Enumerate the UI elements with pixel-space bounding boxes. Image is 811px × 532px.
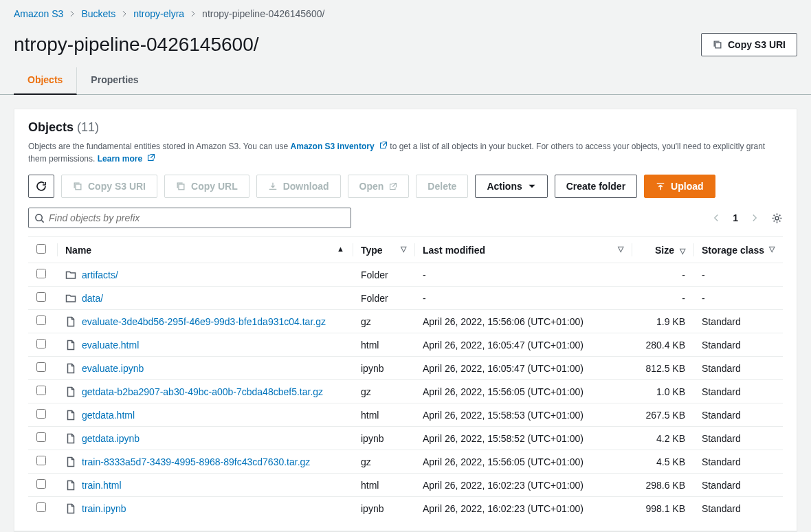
- select-all-checkbox[interactable]: [36, 244, 46, 254]
- download-label: Download: [283, 179, 329, 193]
- row-checkbox[interactable]: [36, 292, 46, 302]
- col-type[interactable]: Type: [361, 245, 383, 256]
- object-type: html: [353, 403, 414, 427]
- object-name-link[interactable]: getdata-b2ba2907-ab30-49bc-a00b-7cbda48c…: [82, 386, 323, 397]
- breadcrumb-link[interactable]: Buckets: [81, 8, 115, 19]
- tab-properties[interactable]: Properties: [77, 67, 152, 95]
- table-row: data/Folder---: [28, 287, 783, 310]
- page-number: 1: [733, 212, 738, 223]
- refresh-button[interactable]: [28, 175, 54, 198]
- object-type: html: [353, 333, 414, 357]
- row-checkbox[interactable]: [36, 456, 46, 465]
- object-modified: April 26, 2022, 16:05:47 (UTC+01:00): [414, 333, 632, 357]
- table-row: artifacts/Folder---: [28, 263, 783, 287]
- create-folder-button[interactable]: Create folder: [555, 175, 637, 198]
- folder-icon: [65, 293, 76, 304]
- row-checkbox[interactable]: [36, 386, 46, 395]
- object-size: 998.1 KB: [632, 497, 693, 520]
- file-icon: [65, 480, 76, 491]
- object-name-link[interactable]: data/: [82, 293, 103, 304]
- object-storage: Standard: [693, 450, 783, 474]
- row-checkbox[interactable]: [36, 269, 46, 278]
- row-checkbox[interactable]: [36, 315, 46, 325]
- file-icon: [65, 386, 76, 397]
- copy-icon: [713, 40, 722, 49]
- object-name-link[interactable]: evaluate.html: [82, 340, 139, 351]
- open-button[interactable]: Open: [348, 175, 410, 198]
- copy-s3-uri-button[interactable]: Copy S3 URI: [61, 175, 157, 198]
- object-size: 4.5 KB: [632, 450, 693, 474]
- object-name-link[interactable]: evaluate.ipynb: [82, 363, 144, 374]
- col-modified[interactable]: Last modified: [423, 245, 485, 256]
- delete-button[interactable]: Delete: [416, 175, 468, 198]
- copy-s3-uri-button[interactable]: Copy S3 URI: [701, 33, 797, 56]
- object-type: ipynb: [353, 357, 414, 380]
- actions-label: Actions: [487, 179, 522, 193]
- upload-icon: [656, 181, 665, 191]
- object-name-link[interactable]: train-8333a5d7-3439-4995-8968-89fc43cd76…: [82, 456, 310, 467]
- object-type: ipynb: [353, 427, 414, 450]
- breadcrumb-link[interactable]: Amazon S3: [14, 8, 63, 19]
- breadcrumb-current: ntropy-pipeline-0426145600/: [202, 8, 324, 19]
- svg-point-3: [36, 214, 42, 220]
- row-checkbox[interactable]: [36, 479, 46, 489]
- next-page-button[interactable]: [751, 214, 759, 222]
- object-name-link[interactable]: evaluate-3de4bd56-295f-46e9-99d3-bfe1da9…: [82, 316, 326, 327]
- object-type: gz: [353, 380, 414, 403]
- object-size: 298.6 KB: [632, 474, 693, 497]
- search-input[interactable]: [49, 212, 345, 223]
- objects-table: Name▲ Type▽ Last modified▽ Size▽ Storage…: [28, 236, 783, 520]
- object-name-link[interactable]: getdata.html: [82, 410, 135, 421]
- folder-icon: [65, 269, 76, 280]
- col-size[interactable]: Size: [655, 245, 674, 256]
- sort-icon: ▽: [401, 245, 406, 254]
- table-row: getdata.ipynbipynbApril 26, 2022, 15:58:…: [28, 427, 783, 450]
- row-checkbox[interactable]: [36, 409, 46, 419]
- row-checkbox[interactable]: [36, 432, 46, 442]
- sort-icon: ▽: [680, 247, 685, 255]
- table-row: train.ipynbipynbApril 26, 2022, 16:02:23…: [28, 497, 783, 520]
- pager: 1: [712, 212, 783, 224]
- actions-button[interactable]: Actions: [475, 175, 547, 198]
- breadcrumb-link[interactable]: ntropy-elyra: [133, 8, 184, 19]
- download-button[interactable]: Download: [256, 175, 341, 198]
- object-size: 4.2 KB: [632, 427, 693, 450]
- search-input-wrapper[interactable]: [28, 208, 351, 228]
- search-icon: [34, 213, 45, 223]
- copy-icon: [73, 181, 82, 191]
- copy-url-button[interactable]: Copy URL: [164, 175, 249, 198]
- table-row: train.htmlhtmlApril 26, 2022, 16:02:23 (…: [28, 474, 783, 497]
- row-checkbox[interactable]: [36, 502, 46, 512]
- object-modified: April 26, 2022, 15:56:05 (UTC+01:00): [414, 450, 632, 474]
- row-checkbox[interactable]: [36, 339, 46, 348]
- external-link-icon: [147, 153, 155, 162]
- object-size: 280.4 KB: [632, 333, 693, 357]
- table-row: evaluate.ipynbipynbApril 26, 2022, 16:05…: [28, 357, 783, 380]
- object-name-link[interactable]: artifacts/: [82, 269, 118, 280]
- object-modified: April 26, 2022, 15:58:53 (UTC+01:00): [414, 403, 632, 427]
- row-checkbox[interactable]: [36, 362, 46, 372]
- object-count: (11): [77, 120, 99, 134]
- object-name-link[interactable]: train.html: [82, 480, 122, 491]
- tab-objects[interactable]: Objects: [14, 67, 77, 95]
- object-size: 812.5 KB: [632, 357, 693, 380]
- object-name-link[interactable]: train.ipynb: [82, 503, 126, 514]
- page-title: ntropy-pipeline-0426145600/: [14, 34, 259, 56]
- inventory-link[interactable]: Amazon S3 inventory: [291, 142, 390, 151]
- object-name-link[interactable]: getdata.ipynb: [82, 433, 140, 444]
- sort-icon: ▽: [769, 245, 775, 254]
- col-name[interactable]: Name: [65, 245, 91, 256]
- object-storage: Standard: [693, 497, 783, 520]
- external-link-icon: [389, 182, 397, 190]
- file-icon: [65, 340, 76, 351]
- prev-page-button[interactable]: [712, 214, 720, 222]
- table-row: train-8333a5d7-3439-4995-8968-89fc43cd76…: [28, 450, 783, 474]
- object-modified: April 26, 2022, 15:58:52 (UTC+01:00): [414, 427, 632, 450]
- object-size: 1.0 KB: [632, 380, 693, 403]
- col-storage[interactable]: Storage class: [702, 245, 764, 256]
- upload-button[interactable]: Upload: [644, 175, 715, 198]
- delete-label: Delete: [427, 179, 456, 193]
- learn-more-link[interactable]: Learn more: [98, 154, 156, 164]
- settings-button[interactable]: [771, 212, 783, 224]
- refresh-icon: [36, 181, 47, 192]
